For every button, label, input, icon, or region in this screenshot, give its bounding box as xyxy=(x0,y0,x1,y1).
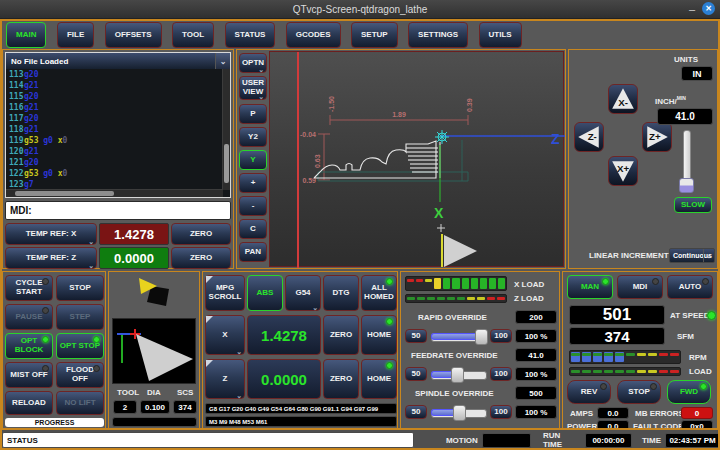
rapid-slider[interactable] xyxy=(431,329,487,343)
mdi-input[interactable]: MDI: xyxy=(5,201,231,220)
file-combo[interactable]: No File Loaded ⌄ xyxy=(6,53,230,69)
jog-z-minus-button[interactable]: Z- xyxy=(574,122,604,152)
gcode-preview[interactable]: 1.89 -1.50 0.39 -0.04 0.63 0.59 Z xyxy=(269,51,564,267)
feedrate-min-button[interactable]: 50 xyxy=(405,367,427,381)
z-home-button[interactable]: HOME xyxy=(361,359,397,399)
spindle-rev-button[interactable]: REV xyxy=(567,380,611,404)
tab-utils[interactable]: UTILS xyxy=(479,22,522,48)
feedrate-max-button[interactable]: 100 xyxy=(490,367,512,381)
clear-button[interactable]: C xyxy=(239,219,267,239)
tab-status[interactable]: STATUS xyxy=(225,22,276,48)
slider-handle[interactable] xyxy=(451,367,464,383)
window-titlebar: QTvcp-Screen-qtdragon_lathe – ✕ xyxy=(0,0,720,19)
linear-increment-combo[interactable]: Continuous ⌄ xyxy=(669,248,715,263)
view-y-button[interactable]: Y xyxy=(239,150,267,170)
manual-mode-button[interactable]: MAN xyxy=(567,275,613,299)
minimize-icon[interactable]: – xyxy=(689,4,695,14)
tab-tool[interactable]: TOOL xyxy=(172,22,214,48)
view-y2-button[interactable]: Y2 xyxy=(239,127,267,147)
led xyxy=(42,365,49,372)
jog-rate-slider[interactable] xyxy=(679,130,693,192)
spindle-min-button[interactable]: 50 xyxy=(405,405,427,419)
step-button[interactable]: STEP xyxy=(56,304,104,330)
spindle-panel: MAN MDI AUTO 501 AT SPEED 374 SFM RPM LO… xyxy=(562,271,718,429)
opt-stop-button[interactable]: OPT STOP xyxy=(56,333,104,359)
z-zero-dro-button[interactable]: ZERO xyxy=(323,359,359,399)
motion-label: MOTION xyxy=(446,436,478,445)
scroll-thumb[interactable] xyxy=(224,144,229,183)
amps-label: AMPS xyxy=(570,409,593,418)
tab-gcodes[interactable]: GCODES xyxy=(286,22,341,48)
led xyxy=(386,362,393,369)
x-home-button[interactable]: HOME xyxy=(361,315,397,355)
file-mdi-panel: No File Loaded ⌄ 113g20114g21115g20116g2… xyxy=(2,49,234,269)
jog-x-minus-button[interactable]: X- xyxy=(608,84,638,114)
x-zero-dro-button[interactable]: ZERO xyxy=(323,315,359,355)
feedrate-value: 41.0 xyxy=(515,348,557,362)
temp-ref-x-button[interactable]: TEMP REF: X⌄ xyxy=(5,223,97,245)
scroll-thumb[interactable] xyxy=(15,191,115,196)
spindle-slider[interactable] xyxy=(431,405,487,419)
z-axis-button[interactable]: Z⌄ xyxy=(205,359,245,399)
close-icon[interactable]: ✕ xyxy=(702,2,715,15)
tab-main[interactable]: MAIN xyxy=(6,22,46,48)
triangle-down-icon: X+ xyxy=(610,158,636,184)
x-zero-button[interactable]: ZERO xyxy=(171,223,231,245)
tab-setup[interactable]: SETUP xyxy=(351,22,398,48)
g54-button[interactable]: G54⌄ xyxy=(285,275,321,311)
tab-offsets[interactable]: OFFSETS xyxy=(105,22,162,48)
graphics-panel: OPTN⌄ USER VIEW⌄ P Y2 Y + - C PAN 1.89 -… xyxy=(236,49,566,269)
status-message: STATUS xyxy=(2,432,414,448)
gcode-list[interactable]: 113g20114g21115g20116g21117g20118g21119g… xyxy=(6,69,230,197)
vertical-scrollbar[interactable] xyxy=(222,69,230,190)
view-p-button[interactable]: P xyxy=(239,104,267,124)
zoom-out-button[interactable]: - xyxy=(239,196,267,216)
mist-button[interactable]: MIST OFF xyxy=(5,362,53,388)
spindle-fwd-button[interactable]: FWD xyxy=(667,380,711,404)
z-axis-label: Z xyxy=(551,131,560,147)
z-load-bar xyxy=(405,294,507,303)
flood-button[interactable]: FLOOD OFF xyxy=(56,362,104,388)
temp-ref-z-button[interactable]: TEMP REF: Z⌄ xyxy=(5,247,97,269)
no-lift-button[interactable]: NO LIFT xyxy=(56,391,104,415)
slider-handle[interactable] xyxy=(475,329,488,345)
opt-block-button[interactable]: OPT BLOCK xyxy=(5,333,53,359)
z-zero-button[interactable]: ZERO xyxy=(171,247,231,269)
spindle-max-button[interactable]: 100 xyxy=(490,405,512,419)
jog-z-plus-button[interactable]: Z+ xyxy=(642,122,672,152)
abs-button[interactable]: ABS xyxy=(247,275,283,311)
pause-button[interactable]: PAUSE xyxy=(5,304,53,330)
time-label: TIME xyxy=(642,436,661,445)
feedrate-slider[interactable] xyxy=(431,367,487,381)
spindle-load-label: LOAD xyxy=(689,367,712,376)
user-view-button[interactable]: USER VIEW⌄ xyxy=(239,76,267,100)
rapid-min-button[interactable]: 50 xyxy=(405,329,427,343)
slider-handle[interactable] xyxy=(679,178,694,193)
mpg-scroll-button[interactable]: MPG SCROLL xyxy=(205,275,245,311)
spindle-stop-button[interactable]: STOP xyxy=(617,380,661,404)
auto-mode-button[interactable]: AUTO xyxy=(667,275,713,299)
graphics-options-button[interactable]: OPTN⌄ xyxy=(239,53,267,73)
x-axis-button[interactable]: X⌄ xyxy=(205,315,245,355)
chevron-down-icon[interactable]: ⌄ xyxy=(215,53,230,69)
all-homed-button[interactable]: ALL HOMED xyxy=(361,275,397,311)
zoom-in-button[interactable]: + xyxy=(239,173,267,193)
cycle-start-button[interactable]: CYCLE START xyxy=(5,275,53,301)
tab-file[interactable]: FILE xyxy=(57,22,94,48)
pan-button[interactable]: PAN xyxy=(239,242,267,262)
dtg-button[interactable]: DTG xyxy=(323,275,359,311)
tool-comment-value xyxy=(112,417,197,427)
chevron-down-icon: ⌄ xyxy=(88,238,94,245)
slow-button[interactable]: SLOW xyxy=(674,197,712,213)
dim-width: 1.89 xyxy=(392,111,406,118)
reload-button[interactable]: RELOAD xyxy=(5,391,53,415)
jog-x-plus-button[interactable]: X+ xyxy=(608,156,638,186)
at-speed-label: AT SPEED xyxy=(670,311,709,320)
mdi-mode-button[interactable]: MDI xyxy=(617,275,663,299)
rapid-max-button[interactable]: 100 xyxy=(490,329,512,343)
horizontal-scrollbar[interactable] xyxy=(6,189,223,197)
stop-button[interactable]: STOP xyxy=(56,275,104,301)
tab-settings[interactable]: SETTINGS xyxy=(408,22,468,48)
triangle-up-icon: X- xyxy=(610,86,636,112)
slider-handle[interactable] xyxy=(453,405,466,421)
